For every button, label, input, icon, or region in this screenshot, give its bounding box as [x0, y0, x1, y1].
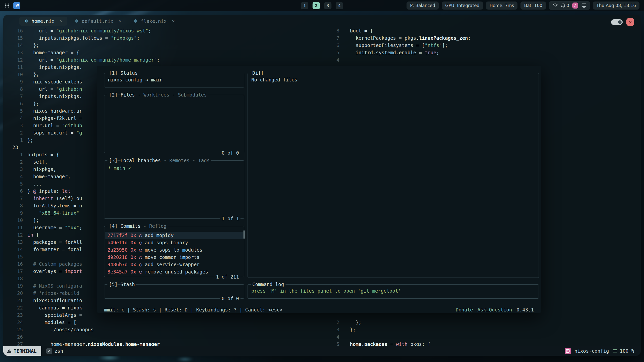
line-number: 3: [3, 166, 27, 173]
nix-snowflake-icon: [74, 19, 79, 23]
lazygit-panel-commits[interactable]: [4]─Commits - Reflog 2717f2f 0x ○ add mo…: [104, 226, 244, 277]
code-line[interactable]: 5home.packages = with pkgs; [: [322, 341, 641, 346]
commit-row[interactable]: 2a23950 0x ○ move sops to modules: [105, 246, 243, 254]
apps-grid-icon[interactable]: [5, 3, 10, 8]
commit-row[interactable]: 9486b7d 0x ○ add service-wrapper: [105, 261, 243, 268]
commit-row[interactable]: 2717f2f 0x ○ add mopidy: [105, 232, 243, 239]
code-text: in {: [27, 231, 39, 239]
lazygit-panel-branches[interactable]: [3]─Local branches - Remotes - Tags * ma…: [104, 160, 244, 219]
display-icon[interactable]: [581, 3, 586, 8]
code-text: home-manager,: [27, 173, 71, 180]
code-text: url = "github:n: [27, 85, 82, 93]
line-number: 7: [322, 34, 350, 42]
code-text: home-manager.nixosModules.home-manager: [27, 341, 160, 346]
line-number: 12: [3, 56, 27, 64]
donate-link[interactable]: Donate: [456, 306, 473, 313]
line-number: 5: [3, 180, 27, 188]
ask-question-link[interactable]: Ask Question: [477, 306, 512, 313]
code-line[interactable]: 15 inputs.nixpkgs.follows = "nixpkgs";: [3, 34, 322, 42]
shell-tab[interactable]: zsh: [46, 348, 63, 354]
topbar-modules: P: BalancedGPU: IntegratedHome: 7msBat: …: [407, 2, 546, 10]
line-number: 20: [3, 290, 27, 297]
commit-row[interactable]: b49ef1d 0x ○ add sops binary: [105, 239, 243, 246]
music-player-icon[interactable]: ♪: [572, 3, 578, 9]
code-text: # NixOS configura: [27, 282, 82, 290]
code-line[interactable]: 8boot = {: [322, 27, 641, 34]
line-number: 26: [3, 333, 27, 341]
tab-default.nix[interactable]: default.nix×: [70, 17, 126, 26]
code-text: };: [27, 42, 39, 49]
tab-label: flake.nix: [141, 18, 167, 24]
bell-icon[interactable]: 0: [561, 3, 569, 8]
tab-close-icon[interactable]: ×: [119, 18, 122, 24]
code-line[interactable]: 26: [3, 333, 322, 341]
tray-icons[interactable]: 0 ♪: [549, 1, 590, 10]
terminal-window: home.nix×default.nix×flake.nix× × 16 url…: [3, 15, 641, 356]
code-text: boot = {: [350, 27, 373, 34]
window-toggle[interactable]: [611, 19, 623, 25]
code-text: nixpkgs,: [27, 166, 56, 173]
wifi-icon[interactable]: [552, 3, 558, 8]
line-number: 16: [3, 27, 27, 34]
repo-icon: [565, 348, 571, 354]
lazygit-panel-command-log[interactable]: Command log press 'M' in the files panel…: [248, 284, 539, 299]
workspace-4[interactable]: 4: [336, 2, 343, 9]
code-line[interactable]: 25 ./hosts/canopus: [3, 326, 322, 333]
workspace-3[interactable]: 3: [324, 2, 332, 9]
line-number: 1: [3, 137, 27, 144]
lazygit-panel-status[interactable]: [1]─Status nixos-config → main: [104, 73, 244, 87]
code-line[interactable]: 24 modules = [: [3, 319, 322, 326]
code-text: nix-vscode-extens: [27, 78, 82, 85]
commit-list: 2717f2f 0x ○ add mopidyb49ef1d 0x ○ add …: [105, 232, 243, 276]
tab-flake.nix[interactable]: flake.nix×: [129, 17, 179, 26]
mode-indicator[interactable]: TERMINAL: [3, 346, 41, 356]
notification-count: 0: [567, 3, 569, 8]
zellij-logo-icon: [7, 349, 11, 353]
code-line[interactable]: 4: [322, 333, 641, 341]
code-line[interactable]: 13 home-manager = {: [3, 49, 322, 56]
code-line[interactable]: 6 supportedFilesystems = ["ntfs"];: [322, 42, 641, 49]
commit-row[interactable]: d920218 0x ○ move common imports: [105, 254, 243, 261]
lazygit-panel-stash[interactable]: [5]─Stash 0 of 0: [104, 284, 244, 299]
commits-scrollbar[interactable]: [244, 230, 245, 239]
line-number: 19: [3, 282, 27, 290]
code-text: formatter = forAl: [27, 246, 82, 253]
code-line[interactable]: 12 url = "github:nix-community/home-mana…: [3, 56, 322, 64]
line-number: 22: [3, 304, 27, 311]
line-number: 4: [322, 333, 350, 341]
multiplexer-status-bar: TERMINAL zsh nixos-config 100 %: [3, 346, 641, 356]
workspace-badge[interactable]: JW: [13, 2, 20, 9]
code-text: inherit (self) ou: [27, 195, 82, 202]
code-text: home.packages = with pkgs; [: [350, 341, 430, 346]
code-text: nixos-hardware.ur: [27, 107, 82, 115]
window-close-button[interactable]: ×: [626, 18, 634, 26]
line-number: 7: [3, 195, 27, 202]
line-number: 10: [3, 71, 27, 78]
code-line[interactable]: 16 url = "github:nix-community/nixos-wsl…: [3, 27, 322, 34]
code-line[interactable]: 27 home-manager.nixosModules.home-manage…: [3, 341, 322, 346]
line-number: 7: [3, 93, 27, 100]
code-text: # Custom packages: [27, 260, 82, 268]
workspace-1[interactable]: 1: [301, 2, 308, 9]
workspace-2[interactable]: 2: [313, 2, 320, 9]
code-line[interactable]: 4: [322, 56, 641, 64]
line-number: 8: [3, 85, 27, 93]
tab-close-icon[interactable]: ×: [60, 18, 63, 24]
command-log-content: press 'M' in the files panel to open 'gi…: [248, 285, 539, 295]
tab-home.nix[interactable]: home.nix×: [19, 17, 67, 26]
code-text: "x86_64-linux": [27, 209, 79, 217]
code-text: nixpkgs-f2k.url =: [27, 115, 82, 122]
commits-count: 1 of 211: [214, 273, 240, 281]
code-line[interactable]: 2 };: [322, 319, 641, 326]
code-line[interactable]: 3};: [322, 326, 641, 333]
files-count: 0 of 0: [220, 149, 240, 157]
status-module: Home: 7ms: [486, 2, 518, 10]
code-line[interactable]: 7 kernelPackages = pkgs.linuxPackages_ze…: [322, 34, 641, 42]
lazygit-panel-files[interactable]: [2]─Files - Worktrees - Submodules 0 of …: [104, 95, 244, 153]
lazygit-panel-diff[interactable]: Diff No changed files: [248, 73, 539, 278]
code-line[interactable]: 5 initrd.systemd.enable = true;: [322, 49, 641, 56]
code-text: home-manager = {: [27, 49, 79, 56]
branch-row[interactable]: * main ✓: [108, 165, 131, 171]
code-line[interactable]: 14 };: [3, 42, 322, 49]
tab-close-icon[interactable]: ×: [172, 18, 175, 24]
